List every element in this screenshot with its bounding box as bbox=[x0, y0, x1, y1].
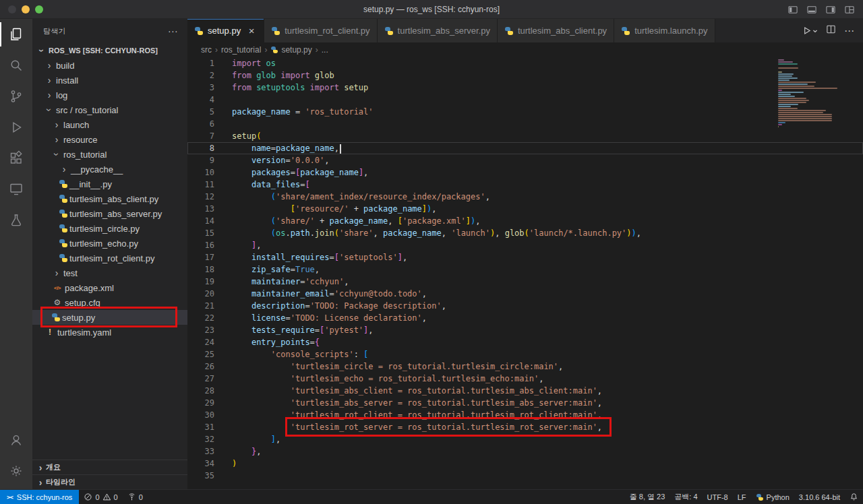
eol-sequence[interactable]: LF bbox=[733, 490, 751, 504]
code-line-21[interactable]: 21 description='TODO: Package descriptio… bbox=[187, 300, 863, 312]
tree-item-pycache[interactable]: ›__pycache__ bbox=[32, 162, 187, 177]
close-button[interactable] bbox=[8, 5, 16, 13]
search-view-button[interactable] bbox=[0, 50, 32, 81]
window-controls bbox=[8, 0, 43, 19]
timeline-section[interactable]: › 타임라인 bbox=[32, 474, 187, 489]
code-line-9[interactable]: 9 version='0.0.0', bbox=[187, 154, 863, 166]
tab-turtlesim-abs-client-py[interactable]: turtlesim_abs_client.py bbox=[498, 19, 614, 42]
tree-item-src-ros-tutorial[interactable]: ›src / ros_tutorial bbox=[32, 102, 187, 117]
tab-turtlesim-rot-client-py[interactable]: turtlesim_rot_client.py bbox=[264, 19, 377, 42]
outline-section[interactable]: › 개요 bbox=[32, 460, 187, 474]
toggle-panel-icon[interactable] bbox=[806, 5, 817, 15]
manage-button[interactable] bbox=[0, 455, 32, 486]
breadcrumb-item-setup-py[interactable]: setup.py bbox=[270, 45, 311, 55]
code-line-20[interactable]: 20 maintainer_email='cchyun@todo.todo', bbox=[187, 288, 863, 300]
code-line-15[interactable]: 15 (os.path.join('share', package_name, … bbox=[187, 227, 863, 239]
cursor-position[interactable]: 줄 8, 열 23 bbox=[625, 490, 670, 504]
code-line-2[interactable]: 2from glob import glob bbox=[187, 69, 863, 82]
tree-item-launch[interactable]: ›launch bbox=[32, 117, 187, 132]
line-content: packages=[package_name], bbox=[214, 166, 368, 179]
tree-item-test[interactable]: ›test bbox=[32, 265, 187, 280]
code-line-4[interactable]: 4 bbox=[187, 94, 863, 106]
tab-setup-py[interactable]: setup.py× bbox=[187, 19, 264, 42]
code-line-28[interactable]: 28 'turtlesim_abs_client = ros_tutorial.… bbox=[187, 385, 863, 397]
code-line-12[interactable]: 12 ('share/ament_index/resource_index/pa… bbox=[187, 191, 863, 203]
code-line-26[interactable]: 26 'turtlesim_circle = ros_tutorial.turt… bbox=[187, 360, 863, 373]
code-line-1[interactable]: 1import os bbox=[187, 57, 863, 69]
split-editor-button[interactable] bbox=[826, 24, 836, 37]
encoding[interactable]: UTF-8 bbox=[703, 490, 733, 504]
zoom-button[interactable] bbox=[35, 5, 43, 13]
code-line-22[interactable]: 22 license='TODO: License declaration', bbox=[187, 312, 863, 324]
code-line-27[interactable]: 27 'turtlesim_echo = ros_tutorial.turtle… bbox=[187, 373, 863, 385]
tree-item-turtlesim-circle-py[interactable]: turtlesim_circle.py bbox=[32, 221, 187, 236]
tree-item-package-xml[interactable]: </>package.xml bbox=[32, 280, 187, 295]
code-line-5[interactable]: 5package_name = 'ros_tutorial' bbox=[187, 106, 863, 118]
tree-item-turtlesim-echo-py[interactable]: turtlesim_echo.py bbox=[32, 236, 187, 251]
ports-indicator[interactable]: 0 bbox=[123, 490, 148, 504]
accounts-button[interactable] bbox=[0, 424, 32, 455]
code-line-34[interactable]: 34) bbox=[187, 458, 863, 470]
tree-item-turtlesim-rot-client-py[interactable]: turtlesim_rot_client.py bbox=[32, 251, 187, 265]
tab-turtlesim-abs-server-py[interactable]: turtlesim_abs_server.py bbox=[378, 19, 498, 42]
code-line-19[interactable]: 19 maintainer='cchyun', bbox=[187, 276, 863, 288]
run-and-debug-view-button[interactable] bbox=[0, 112, 32, 143]
tree-item-resource[interactable]: ›resource bbox=[32, 132, 187, 147]
remote-explorer-view-button[interactable] bbox=[0, 174, 32, 205]
breadcrumb-item-ros-tutorial[interactable]: ros_tutorial bbox=[221, 45, 261, 55]
more-actions-icon[interactable]: ··· bbox=[168, 26, 178, 36]
python-file-icon bbox=[59, 209, 68, 218]
code-line-35[interactable]: 35 bbox=[187, 470, 863, 482]
line-content: package_name = 'ros_tutorial' bbox=[214, 106, 374, 118]
code-line-18[interactable]: 18 zip_safe=True, bbox=[187, 263, 863, 276]
code-line-10[interactable]: 10 packages=[package_name], bbox=[187, 166, 863, 179]
code-line-24[interactable]: 24 entry_points={ bbox=[187, 336, 863, 348]
tree-item-ros-tutorial[interactable]: ›ros_tutorial bbox=[32, 147, 187, 162]
line-number: 2 bbox=[187, 69, 214, 82]
run-python-file-button[interactable] bbox=[802, 26, 818, 36]
toggle-sidebar-icon[interactable] bbox=[787, 5, 798, 15]
customize-layout-icon[interactable] bbox=[844, 5, 855, 15]
tree-item-label: turtlesim_abs_server.py bbox=[69, 209, 162, 219]
code-line-6[interactable]: 6 bbox=[187, 118, 863, 130]
code-line-29[interactable]: 29 'turtlesim_abs_server = ros_tutorial.… bbox=[187, 397, 863, 409]
code-line-33[interactable]: 33 }, bbox=[187, 445, 863, 458]
tree-item-install[interactable]: ›install bbox=[32, 73, 187, 88]
notifications[interactable] bbox=[845, 490, 863, 504]
tree-item-log[interactable]: ›log bbox=[32, 88, 187, 102]
toggle-secondary-sidebar-icon[interactable] bbox=[825, 5, 836, 15]
close-icon[interactable]: × bbox=[246, 25, 257, 36]
minimap[interactable] bbox=[778, 59, 852, 130]
tab-turtlesim-launch-py[interactable]: turtlesim.launch.py bbox=[614, 19, 715, 42]
code-line-8[interactable]: 8 name=package_name, bbox=[187, 142, 863, 154]
tree-item-build[interactable]: ›build bbox=[32, 58, 187, 73]
remote-indicator[interactable]: >< SSH: cchyun-ros bbox=[0, 490, 79, 504]
extensions-view-button[interactable] bbox=[0, 143, 32, 174]
code-line-23[interactable]: 23 tests_require=['pytest'], bbox=[187, 324, 863, 336]
code-line-16[interactable]: 16 ], bbox=[187, 239, 863, 251]
code-line-14[interactable]: 14 ('share/' + package_name, ['package.x… bbox=[187, 215, 863, 227]
explorer-view-button[interactable] bbox=[0, 19, 32, 50]
code-line-17[interactable]: 17 install_requires=['setuptools'], bbox=[187, 251, 863, 263]
breadcrumb-item-src[interactable]: src bbox=[201, 45, 212, 55]
testing-view-button[interactable] bbox=[0, 205, 32, 236]
language-mode[interactable]: Python bbox=[751, 490, 794, 504]
more-actions-icon[interactable]: ⋯ bbox=[844, 25, 855, 37]
code-line-13[interactable]: 13 ['resource/' + package_name]), bbox=[187, 203, 863, 215]
tree-item-turtlesim-abs-server-py[interactable]: turtlesim_abs_server.py bbox=[32, 206, 187, 221]
code-line-11[interactable]: 11 data_files=[ bbox=[187, 179, 863, 191]
tree-item-ros-ws-ssh-cchyun-ros[interactable]: ›ROS_WS [SSH: CCHYUN-ROS] bbox=[32, 43, 187, 58]
breadcrumb-item-[interactable]: ... bbox=[322, 45, 328, 55]
problems-indicator[interactable]: 0 0 bbox=[79, 490, 122, 504]
code-line-7[interactable]: 7setup( bbox=[187, 130, 863, 142]
line-content bbox=[214, 94, 232, 106]
python-interpreter[interactable]: 3.10.6 64-bit bbox=[794, 490, 845, 504]
code-line-25[interactable]: 25 'console_scripts': [ bbox=[187, 348, 863, 360]
tree-item-init-py[interactable]: __init__.py bbox=[32, 177, 187, 191]
indentation[interactable]: 공백: 4 bbox=[669, 490, 702, 504]
tree-item-turtlesim-abs-client-py[interactable]: turtlesim_abs_client.py bbox=[32, 191, 187, 206]
minimap-line bbox=[778, 59, 784, 61]
minimize-button[interactable] bbox=[22, 5, 30, 13]
source-control-view-button[interactable] bbox=[0, 81, 32, 112]
code-line-3[interactable]: 3from setuptools import setup bbox=[187, 82, 863, 94]
